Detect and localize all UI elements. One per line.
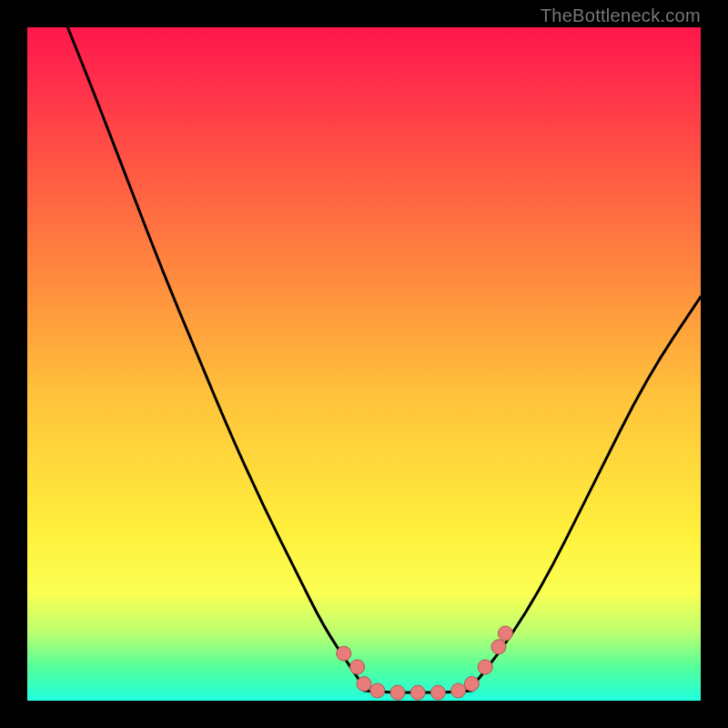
markers-group — [337, 626, 513, 700]
marker-point-5 — [410, 685, 425, 700]
watermark-text: TheBottleneck.com — [541, 5, 701, 26]
marker-point-4 — [390, 685, 405, 700]
marker-point-0 — [337, 646, 351, 661]
marker-point-9 — [478, 660, 492, 674]
marker-point-10 — [491, 640, 506, 654]
marker-point-8 — [464, 677, 479, 692]
chart-svg — [27, 27, 701, 701]
plot-area — [27, 27, 701, 701]
marker-point-7 — [451, 683, 466, 698]
marker-point-6 — [430, 685, 445, 700]
outer-frame: TheBottleneck.com — [0, 0, 728, 728]
curve-path-left-curve — [67, 27, 364, 687]
series-left-curve — [67, 27, 364, 687]
marker-point-3 — [370, 683, 385, 698]
marker-point-2 — [357, 677, 371, 692]
marker-point-1 — [350, 660, 365, 674]
marker-point-11 — [498, 626, 512, 641]
